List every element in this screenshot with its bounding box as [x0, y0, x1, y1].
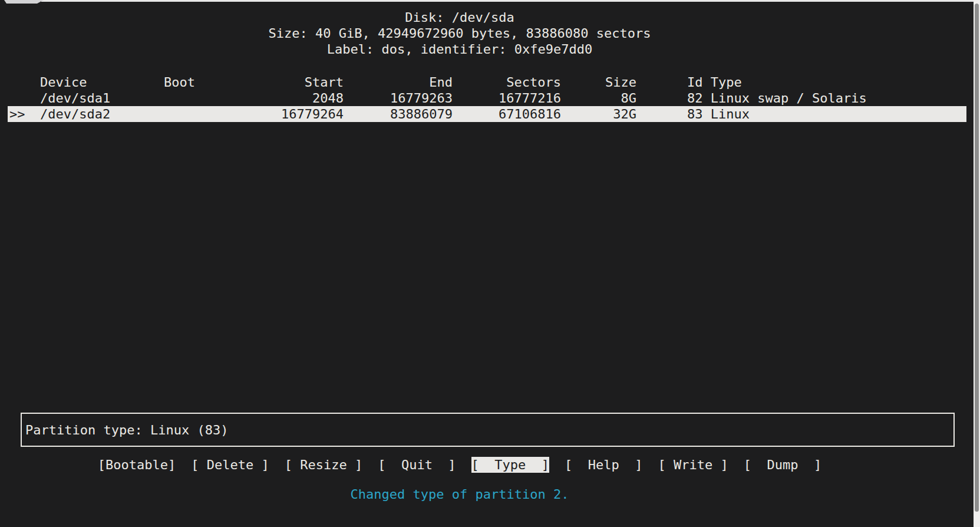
- menu-item-delete[interactable]: [ Delete ]: [191, 457, 269, 473]
- header-device: Device: [40, 74, 87, 90]
- disk-name-line: Disk: /dev/sda: [0, 9, 919, 25]
- menu-item-bootable[interactable]: [Bootable]: [98, 457, 176, 473]
- menu-item-dump[interactable]: [ Dump ]: [744, 457, 821, 473]
- cell-id_type: 83 Linux: [687, 106, 750, 122]
- cell-id_type: 82 Linux swap / Solaris: [687, 90, 867, 106]
- cell-sectors: 67106816: [449, 106, 561, 122]
- header-size: Size: [554, 74, 636, 90]
- disk-size-line: Size: 40 GiB, 42949672960 bytes, 8388608…: [0, 25, 919, 41]
- header-end: End: [341, 74, 453, 90]
- screen: Disk: /dev/sda Size: 40 GiB, 42949672960…: [0, 0, 980, 527]
- table-row[interactable]: /dev/sda1204816779263167772168G82 Linux …: [0, 90, 980, 106]
- cell-sectors: 16777216: [449, 90, 561, 106]
- header-sectors: Sectors: [449, 74, 561, 90]
- background-tab-remnant: [4, 0, 44, 4]
- menu-item-write[interactable]: [ Write ]: [658, 457, 728, 473]
- cell-marker: >>: [9, 106, 25, 122]
- scrollbar-thumb[interactable]: [975, 4, 979, 512]
- table-header-row: Device Boot Start End Sectors Size Id Ty…: [0, 74, 980, 90]
- header-boot: Boot: [164, 74, 195, 90]
- table-row[interactable]: >>/dev/sda216779264838860796710681632G83…: [0, 106, 980, 122]
- disk-label-line: Label: dos, identifier: 0xfe9e7dd0: [0, 41, 919, 57]
- cell-start: 2048: [232, 90, 344, 106]
- header-start: Start: [232, 74, 344, 90]
- menu-item-quit[interactable]: [ Quit ]: [378, 457, 456, 473]
- cell-size: 8G: [554, 90, 636, 106]
- cell-start: 16779264: [232, 106, 344, 122]
- cell-end: 16779263: [341, 90, 453, 106]
- terminal-window: Disk: /dev/sda Size: 40 GiB, 42949672960…: [0, 0, 974, 527]
- cell-device: /dev/sda1: [40, 90, 110, 106]
- status-message: Changed type of partition 2.: [0, 486, 919, 502]
- partition-type-text: Partition type: Linux (83): [25, 422, 228, 438]
- menu-item-help[interactable]: [ Help ]: [565, 457, 642, 473]
- cell-end: 83886079: [341, 106, 453, 122]
- cell-device: /dev/sda2: [40, 106, 110, 122]
- partition-type-dialog: Partition type: Linux (83): [21, 413, 955, 447]
- header-id-type: Id Type: [687, 74, 742, 90]
- cell-size: 32G: [554, 106, 636, 122]
- menu-bar: [Bootable][ Delete ][ Resize ][ Quit ][ …: [0, 457, 919, 473]
- browser-top-edge: [41, 0, 974, 2]
- menu-item-type[interactable]: [ Type ]: [471, 457, 549, 473]
- disk-info: Disk: /dev/sda Size: 40 GiB, 42949672960…: [0, 9, 919, 57]
- menu-item-resize[interactable]: [ Resize ]: [285, 457, 362, 473]
